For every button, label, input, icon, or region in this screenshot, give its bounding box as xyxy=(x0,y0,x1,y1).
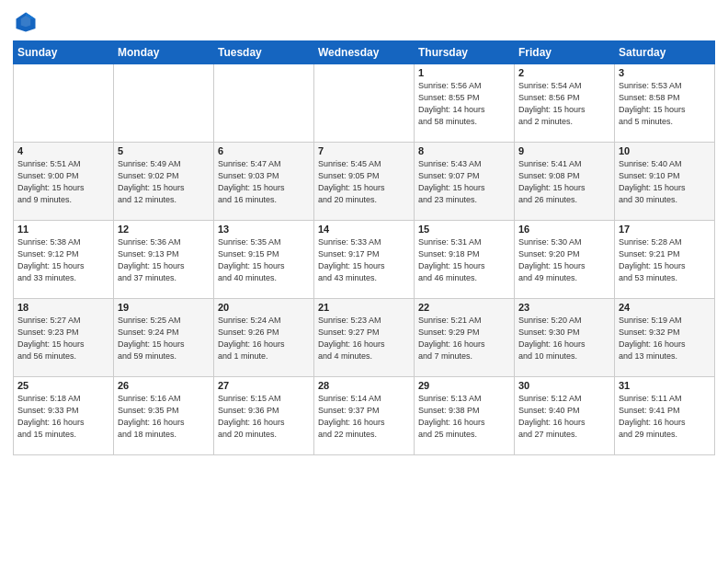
day-number: 3 xyxy=(619,67,711,78)
day-info: Sunrise: 5:30 AM Sunset: 9:20 PM Dayligh… xyxy=(518,236,610,284)
day-number: 16 xyxy=(518,224,610,235)
day-number: 21 xyxy=(318,302,410,313)
day-number: 31 xyxy=(619,380,711,391)
day-info: Sunrise: 5:36 AM Sunset: 9:13 PM Dayligh… xyxy=(118,236,210,284)
weekday-header-wednesday: Wednesday xyxy=(314,41,415,64)
page-container: SundayMondayTuesdayWednesdayThursdayFrid… xyxy=(0,0,728,563)
day-info: Sunrise: 5:40 AM Sunset: 9:10 PM Dayligh… xyxy=(619,158,711,206)
calendar-cell: 28Sunrise: 5:14 AM Sunset: 9:37 PM Dayli… xyxy=(314,377,415,455)
weekday-header-saturday: Saturday xyxy=(615,41,715,64)
day-info: Sunrise: 5:19 AM Sunset: 9:32 PM Dayligh… xyxy=(619,315,711,362)
day-number: 15 xyxy=(418,224,510,235)
calendar-week-row: 25Sunrise: 5:18 AM Sunset: 9:33 PM Dayli… xyxy=(14,377,715,455)
calendar-cell: 5Sunrise: 5:49 AM Sunset: 9:02 PM Daylig… xyxy=(114,143,214,221)
day-number: 4 xyxy=(17,145,109,156)
day-number: 30 xyxy=(518,380,610,391)
day-number: 28 xyxy=(318,380,410,391)
calendar-cell: 7Sunrise: 5:45 AM Sunset: 9:05 PM Daylig… xyxy=(314,143,415,221)
day-number: 1 xyxy=(418,67,510,78)
day-number: 26 xyxy=(118,380,210,391)
day-info: Sunrise: 5:31 AM Sunset: 9:18 PM Dayligh… xyxy=(418,236,510,284)
day-number: 13 xyxy=(218,224,310,235)
calendar-cell: 29Sunrise: 5:13 AM Sunset: 9:38 PM Dayli… xyxy=(415,377,515,455)
logo xyxy=(13,9,42,35)
calendar-cell xyxy=(114,64,214,143)
day-info: Sunrise: 5:51 AM Sunset: 9:00 PM Dayligh… xyxy=(17,158,109,206)
calendar-cell: 13Sunrise: 5:35 AM Sunset: 9:15 PM Dayli… xyxy=(214,221,314,299)
day-number: 11 xyxy=(17,224,109,235)
day-number: 17 xyxy=(619,224,711,235)
header xyxy=(13,9,715,35)
day-number: 27 xyxy=(218,380,310,391)
day-info: Sunrise: 5:24 AM Sunset: 9:26 PM Dayligh… xyxy=(218,315,310,362)
logo-icon xyxy=(13,9,39,35)
day-number: 22 xyxy=(418,302,510,313)
day-info: Sunrise: 5:27 AM Sunset: 9:23 PM Dayligh… xyxy=(17,315,109,362)
day-number: 25 xyxy=(17,380,109,391)
day-number: 8 xyxy=(418,145,510,156)
day-info: Sunrise: 5:45 AM Sunset: 9:05 PM Dayligh… xyxy=(318,158,410,206)
day-number: 18 xyxy=(17,302,109,313)
calendar-cell: 2Sunrise: 5:54 AM Sunset: 8:56 PM Daylig… xyxy=(515,64,615,143)
weekday-header-sunday: Sunday xyxy=(14,41,114,64)
day-info: Sunrise: 5:18 AM Sunset: 9:33 PM Dayligh… xyxy=(17,393,109,441)
calendar-cell: 16Sunrise: 5:30 AM Sunset: 9:20 PM Dayli… xyxy=(515,221,615,299)
day-info: Sunrise: 5:14 AM Sunset: 9:37 PM Dayligh… xyxy=(318,393,410,441)
day-info: Sunrise: 5:33 AM Sunset: 9:17 PM Dayligh… xyxy=(318,236,410,284)
calendar-cell: 24Sunrise: 5:19 AM Sunset: 9:32 PM Dayli… xyxy=(615,299,715,377)
weekday-header-row: SundayMondayTuesdayWednesdayThursdayFrid… xyxy=(14,41,715,64)
calendar-cell: 20Sunrise: 5:24 AM Sunset: 9:26 PM Dayli… xyxy=(214,299,314,377)
calendar-cell: 25Sunrise: 5:18 AM Sunset: 9:33 PM Dayli… xyxy=(14,377,114,455)
day-info: Sunrise: 5:38 AM Sunset: 9:12 PM Dayligh… xyxy=(17,236,109,284)
calendar-cell: 31Sunrise: 5:11 AM Sunset: 9:41 PM Dayli… xyxy=(615,377,715,455)
calendar-table: SundayMondayTuesdayWednesdayThursdayFrid… xyxy=(13,40,715,455)
calendar-cell xyxy=(214,64,314,143)
day-info: Sunrise: 5:53 AM Sunset: 8:58 PM Dayligh… xyxy=(619,80,711,128)
day-number: 23 xyxy=(518,302,610,313)
day-info: Sunrise: 5:21 AM Sunset: 9:29 PM Dayligh… xyxy=(418,315,510,362)
calendar-cell: 12Sunrise: 5:36 AM Sunset: 9:13 PM Dayli… xyxy=(114,221,214,299)
weekday-header-friday: Friday xyxy=(515,41,615,64)
calendar-cell: 23Sunrise: 5:20 AM Sunset: 9:30 PM Dayli… xyxy=(515,299,615,377)
calendar-week-row: 4Sunrise: 5:51 AM Sunset: 9:00 PM Daylig… xyxy=(14,143,715,221)
day-info: Sunrise: 5:49 AM Sunset: 9:02 PM Dayligh… xyxy=(118,158,210,206)
day-info: Sunrise: 5:43 AM Sunset: 9:07 PM Dayligh… xyxy=(418,158,510,206)
calendar-cell: 17Sunrise: 5:28 AM Sunset: 9:21 PM Dayli… xyxy=(615,221,715,299)
calendar-cell: 11Sunrise: 5:38 AM Sunset: 9:12 PM Dayli… xyxy=(14,221,114,299)
day-number: 12 xyxy=(118,224,210,235)
calendar-cell: 15Sunrise: 5:31 AM Sunset: 9:18 PM Dayli… xyxy=(415,221,515,299)
day-info: Sunrise: 5:56 AM Sunset: 8:55 PM Dayligh… xyxy=(418,80,510,128)
day-info: Sunrise: 5:23 AM Sunset: 9:27 PM Dayligh… xyxy=(318,315,410,362)
calendar-cell: 14Sunrise: 5:33 AM Sunset: 9:17 PM Dayli… xyxy=(314,221,415,299)
calendar-cell xyxy=(14,64,114,143)
calendar-cell: 9Sunrise: 5:41 AM Sunset: 9:08 PM Daylig… xyxy=(515,143,615,221)
calendar-cell: 26Sunrise: 5:16 AM Sunset: 9:35 PM Dayli… xyxy=(114,377,214,455)
day-number: 24 xyxy=(619,302,711,313)
calendar-cell: 18Sunrise: 5:27 AM Sunset: 9:23 PM Dayli… xyxy=(14,299,114,377)
day-info: Sunrise: 5:12 AM Sunset: 9:40 PM Dayligh… xyxy=(518,393,610,441)
calendar-cell: 27Sunrise: 5:15 AM Sunset: 9:36 PM Dayli… xyxy=(214,377,314,455)
weekday-header-thursday: Thursday xyxy=(415,41,515,64)
day-info: Sunrise: 5:11 AM Sunset: 9:41 PM Dayligh… xyxy=(619,393,711,441)
day-number: 14 xyxy=(318,224,410,235)
day-number: 7 xyxy=(318,145,410,156)
day-number: 19 xyxy=(118,302,210,313)
day-number: 10 xyxy=(619,145,711,156)
calendar-cell: 1Sunrise: 5:56 AM Sunset: 8:55 PM Daylig… xyxy=(415,64,515,143)
day-info: Sunrise: 5:20 AM Sunset: 9:30 PM Dayligh… xyxy=(518,315,610,362)
calendar-cell: 22Sunrise: 5:21 AM Sunset: 9:29 PM Dayli… xyxy=(415,299,515,377)
calendar-cell: 21Sunrise: 5:23 AM Sunset: 9:27 PM Dayli… xyxy=(314,299,415,377)
day-info: Sunrise: 5:16 AM Sunset: 9:35 PM Dayligh… xyxy=(118,393,210,441)
day-info: Sunrise: 5:28 AM Sunset: 9:21 PM Dayligh… xyxy=(619,236,711,284)
calendar-cell: 3Sunrise: 5:53 AM Sunset: 8:58 PM Daylig… xyxy=(615,64,715,143)
day-info: Sunrise: 5:25 AM Sunset: 9:24 PM Dayligh… xyxy=(118,315,210,362)
day-number: 9 xyxy=(518,145,610,156)
calendar-cell: 30Sunrise: 5:12 AM Sunset: 9:40 PM Dayli… xyxy=(515,377,615,455)
calendar-week-row: 11Sunrise: 5:38 AM Sunset: 9:12 PM Dayli… xyxy=(14,221,715,299)
day-info: Sunrise: 5:41 AM Sunset: 9:08 PM Dayligh… xyxy=(518,158,610,206)
weekday-header-monday: Monday xyxy=(114,41,214,64)
calendar-cell: 8Sunrise: 5:43 AM Sunset: 9:07 PM Daylig… xyxy=(415,143,515,221)
day-info: Sunrise: 5:15 AM Sunset: 9:36 PM Dayligh… xyxy=(218,393,310,441)
day-info: Sunrise: 5:54 AM Sunset: 8:56 PM Dayligh… xyxy=(518,80,610,128)
day-info: Sunrise: 5:13 AM Sunset: 9:38 PM Dayligh… xyxy=(418,393,510,441)
